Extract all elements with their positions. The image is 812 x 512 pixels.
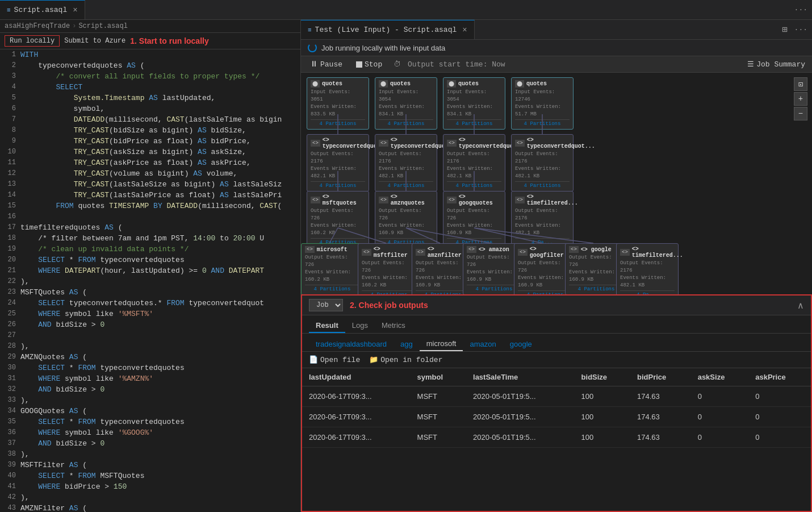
subtab-google[interactable]: google	[503, 338, 539, 351]
line-content[interactable]: /* clean up invalid data points */	[20, 244, 300, 255]
line-content[interactable]: AND bidSize > 0	[20, 319, 300, 330]
line-content[interactable]: SELECT typeconvertedquotes.* FROM typeco…	[20, 298, 300, 309]
line-content[interactable]: MSFTFilter AS (	[20, 460, 300, 471]
line-content[interactable]: System.Timestamp AS lastUpdated,	[20, 93, 300, 103]
pause-button[interactable]: ⏸ Pause	[308, 59, 345, 70]
line-content[interactable]: WHERE symbol like '%MSFT%'	[20, 309, 300, 319]
line-content[interactable]	[20, 211, 300, 222]
node-header: <> <> googfilter	[518, 246, 572, 259]
node-msftf[interactable]: <> <> msftfilter Output Events: 726Event…	[358, 243, 420, 294]
line-content[interactable]: timefilteredquotes AS (	[20, 222, 300, 233]
open-folder-button[interactable]: 📁 Open in folder	[369, 355, 442, 364]
line-content[interactable]: WHERE DATEPART(hour, lastUpdated) >= 0 A…	[20, 265, 300, 276]
open-file-button[interactable]: 📄 Open file	[309, 355, 360, 364]
node-partitions: 4 Partitions	[362, 290, 416, 294]
node-stat: Output Events: 2176	[447, 151, 501, 165]
tab-logs[interactable]: Logs	[345, 319, 375, 333]
node-timef[interactable]: <> <> timefiltered... Output Events: 217…	[511, 191, 574, 248]
line-content[interactable]: AMZNQuotes AS (	[20, 352, 300, 363]
subtab-tradesignaldashboard[interactable]: tradesignaldashboard	[309, 338, 394, 351]
line-content[interactable]: WHERE symbol like '%GOOG%'	[20, 427, 300, 438]
subtab-microsoft[interactable]: microsoft	[420, 337, 463, 351]
node-tc1[interactable]: <> <> typeconvertedquot... Output Events…	[307, 134, 369, 192]
code-line: 14 TRY_CAST(lastSalePrice as float) AS l…	[0, 190, 300, 201]
line-content[interactable]: TRY_CAST(bidPrice as float) AS bidPrice,	[20, 136, 300, 147]
job-summary-button[interactable]: ☰ Job Summary	[747, 60, 805, 69]
node-tc3[interactable]: <> <> typeconvertedquot... Output Events…	[443, 134, 505, 192]
zoom-out-button[interactable]: −	[794, 107, 807, 120]
line-content[interactable]: TRY_CAST(lastSalePrice as float) AS last…	[20, 190, 300, 201]
node-quotes2[interactable]: ⬤ quotes Input Events: 3054Events Writte…	[375, 77, 437, 130]
line-content[interactable]: WHERE symbol like '%AMZN%'	[20, 373, 300, 384]
line-content[interactable]: SELECT * FROM typeconvertedquotes	[20, 255, 300, 265]
subtab-agg[interactable]: agg	[394, 338, 420, 351]
node-microsoft[interactable]: <> microsoft Output Events: 726Events Wr…	[301, 243, 363, 294]
line-content[interactable]: TRY_CAST(askPrice as float) AS askPrice,	[20, 157, 300, 168]
line-content[interactable]: ),	[20, 449, 300, 460]
line-content[interactable]: AND bidSize > 0	[20, 384, 300, 395]
line-content[interactable]: TRY_CAST(lastSaleSize as bigint) AS last…	[20, 179, 300, 190]
line-content[interactable]: DATEADD(millisecond, CAST(lastSaleTime a…	[20, 114, 300, 125]
tab-close-button[interactable]: ×	[73, 6, 77, 15]
node-timefq[interactable]: <> <> timefiltered... Output Events: 217…	[616, 243, 679, 294]
line-content[interactable]: SELECT	[20, 82, 300, 93]
line-content[interactable]: SELECT * FROM typeconvertedquotes	[20, 363, 300, 373]
line-content[interactable]: ),	[20, 276, 300, 287]
stop-button[interactable]: Stop	[354, 59, 384, 70]
node-stat: Output Events: 2176	[379, 151, 433, 165]
node-tc4[interactable]: <> <> typeconvertedquot... Output Events…	[511, 134, 574, 192]
step2-label: 2. Check job outputs	[350, 301, 790, 310]
zoom-controls: ⊡ + −	[794, 77, 807, 120]
node-amznq[interactable]: <> <> amznquotes Output Events: 726Event…	[375, 191, 437, 248]
line-number: 39	[0, 460, 20, 471]
right-more-dots[interactable]: ···	[794, 26, 807, 34]
line-content[interactable]: AND bidSize > 0	[20, 438, 300, 449]
line-content[interactable]: MSFTQuotes AS (	[20, 287, 300, 298]
node-quotes1[interactable]: ⬤ quotes Input Events: 3051Events Writte…	[307, 77, 369, 130]
line-content[interactable]: ),	[20, 492, 300, 503]
line-content[interactable]: GOOGQuotes AS (	[20, 406, 300, 417]
tab-label: Script.asaql	[14, 6, 68, 14]
line-content[interactable]: WITH	[20, 49, 300, 60]
node-label: <> googquotes	[459, 194, 501, 206]
line-content[interactable]	[20, 330, 300, 341]
right-tab-more[interactable]: ⊞ ···	[777, 20, 812, 39]
tab-metrics[interactable]: Metrics	[375, 319, 412, 333]
line-content[interactable]: /* filter between 7am and 1pm PST, 14:00…	[20, 233, 300, 244]
tab-result[interactable]: Result	[309, 319, 345, 333]
subtab-amazon[interactable]: amazon	[463, 338, 503, 351]
right-tab-close-button[interactable]: ×	[462, 26, 467, 35]
line-content[interactable]: typeconvertedquotes AS (	[20, 60, 300, 71]
node-type-icon: <>	[447, 140, 457, 147]
line-content[interactable]: WHERE bidPrice > 150	[20, 481, 300, 492]
code-editor[interactable]: 1WITH2 typeconvertedquotes AS (3 /* conv…	[0, 49, 300, 512]
line-content[interactable]: /* convert all input fields to proper ty…	[20, 71, 300, 82]
tab-more-button[interactable]: ···	[790, 0, 812, 19]
line-content[interactable]: ),	[20, 341, 300, 352]
line-content[interactable]: TRY_CAST(volume as bigint) AS volume,	[20, 168, 300, 179]
line-content[interactable]: FROM quotes TIMESTAMP BY DATEADD(millise…	[20, 201, 300, 211]
diagram-area[interactable]: ⬤ quotes Input Events: 3051Events Writte…	[301, 73, 812, 294]
node-tc2[interactable]: <> <> typeconvertedquot... Output Events…	[375, 134, 437, 192]
collapse-button[interactable]: ∧	[797, 300, 804, 311]
line-content[interactable]: TRY_CAST(askSize as bigint) AS askSize,	[20, 147, 300, 157]
line-content[interactable]: ),	[20, 395, 300, 406]
node-quotes4[interactable]: ⬤ quotes Input Events: 12746Events Writt…	[511, 77, 574, 130]
node-msftq[interactable]: <> <> msftquotes Output Events: 726Event…	[307, 191, 369, 248]
line-content[interactable]: SELECT * FROM typeconvertedquotes	[20, 417, 300, 427]
line-content[interactable]: SELECT * FROM MSFTQuotes	[20, 471, 300, 481]
node-googq[interactable]: <> <> googquotes Output Events: 726Event…	[443, 191, 505, 248]
run-locally-button[interactable]: Run locally	[5, 35, 60, 47]
submit-azure-button[interactable]: Submit to Azure	[64, 37, 125, 45]
zoom-fit-button[interactable]: ⊡	[794, 77, 807, 91]
job-select[interactable]: Job	[309, 299, 343, 311]
tab-test-live-input[interactable]: ≡ Test (Live Input) - Script.asaql ×	[301, 20, 475, 39]
tab-script-asaql[interactable]: ≡ Script.asaql ×	[0, 0, 85, 19]
node-quotes3[interactable]: ⬤ quotes Input Events: 3054Events Writte…	[443, 77, 505, 130]
zoom-in-button[interactable]: +	[794, 92, 807, 106]
right-tab-icon: ≡	[308, 27, 312, 34]
code-line: 15 FROM quotes TIMESTAMP BY DATEADD(mill…	[0, 201, 300, 211]
line-content[interactable]: TRY_CAST(bidSize as bigint) AS bidSize,	[20, 125, 300, 136]
line-content[interactable]: AMZNFilter AS (	[20, 503, 300, 512]
line-content[interactable]: symbol,	[20, 103, 300, 114]
